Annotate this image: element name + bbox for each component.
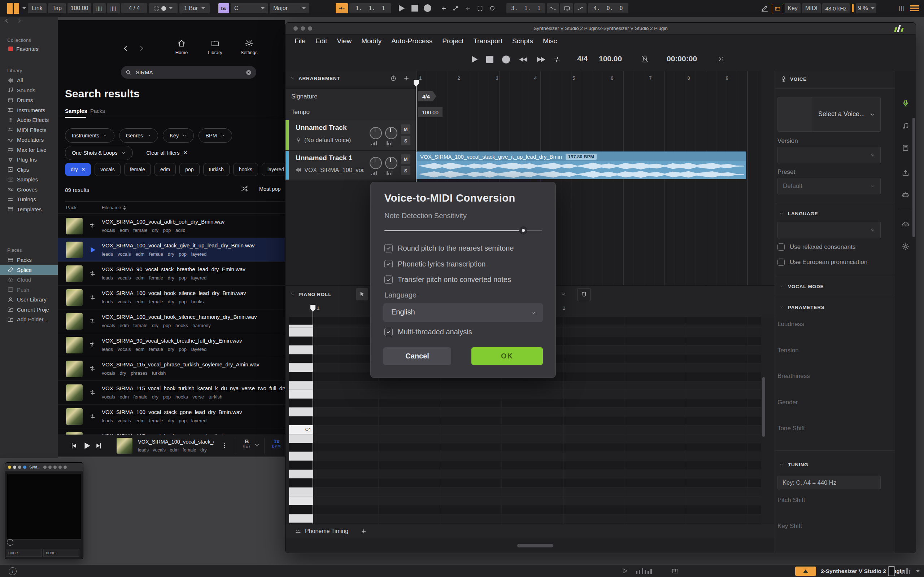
sidebar-item-tunings[interactable]: Tunings: [0, 194, 58, 205]
key-scale-menu[interactable]: Major: [270, 3, 309, 13]
sidebar-item-drums[interactable]: Drums: [0, 95, 58, 105]
sidebar-item-instruments[interactable]: Instruments: [0, 105, 58, 115]
re-enable-automation-button[interactable]: [462, 3, 473, 13]
track1-solo-button[interactable]: S: [401, 136, 410, 145]
tag-pop[interactable]: pop: [179, 163, 199, 176]
mini-field-2[interactable]: none: [43, 549, 79, 557]
filter-bpm[interactable]: BPM: [199, 128, 232, 143]
tuning-key-field[interactable]: Key: C, A4 = 440 Hz: [777, 475, 881, 489]
track2-pan-knob[interactable]: [385, 157, 397, 169]
midi-map-button[interactable]: MIDI: [802, 3, 821, 13]
retrigger-icon[interactable]: [89, 365, 96, 372]
browser-forward-button[interactable]: [16, 18, 23, 24]
snap-tool-button[interactable]: [577, 288, 591, 301]
mini-titlebar[interactable]: Synt...: [5, 463, 83, 471]
sidebar-item-max-for-live[interactable]: Max for Live: [0, 145, 58, 155]
param-tension[interactable]: Tension: [777, 347, 799, 354]
arrangement-collapse-icon[interactable]: [290, 76, 295, 81]
play-button[interactable]: [396, 3, 406, 13]
menu-auto-process[interactable]: Auto-Process: [391, 37, 432, 45]
search-bar[interactable]: [121, 66, 256, 79]
sample-row[interactable]: VOX_SIRMA_100_vocal_stack_gone_lead_dry_…: [58, 405, 285, 429]
sidebar-item-templates[interactable]: Templates: [0, 205, 58, 214]
pack-artwork[interactable]: [66, 289, 82, 306]
status-caret-icon[interactable]: [916, 570, 920, 572]
phoneme-add-icon[interactable]: [360, 528, 367, 534]
mini-field-1[interactable]: none: [6, 549, 42, 557]
add-track-icon[interactable]: [403, 75, 410, 82]
splice-nav-library[interactable]: Library: [205, 39, 225, 55]
mini-circle-icon[interactable]: [7, 539, 13, 546]
preset-dropdown[interactable]: Default: [777, 178, 881, 194]
tag-hooks[interactable]: hooks: [233, 163, 258, 176]
key-map-button[interactable]: Key: [785, 3, 801, 13]
tap-tempo-button[interactable]: Tap: [48, 3, 66, 13]
search-input[interactable]: [135, 69, 242, 76]
pack-artwork[interactable]: [66, 408, 82, 425]
sidebar-item-clips[interactable]: Clips: [0, 165, 58, 175]
sv-stop-button[interactable]: [486, 56, 493, 63]
sv-loop-button[interactable]: [552, 55, 561, 64]
splice-forward-button[interactable]: [138, 45, 145, 52]
sample-row[interactable]: VOX_SIRMA_115_vocal_phrase_turkish_soyle…: [58, 357, 285, 381]
dialog-language-dropdown[interactable]: English: [383, 303, 543, 322]
menu-file[interactable]: File: [294, 37, 306, 45]
filter-instruments[interactable]: Instruments: [65, 128, 115, 143]
playing-icon[interactable]: [89, 246, 97, 254]
sample-row[interactable]: VOX_SIRMA_115_vocal_hook_turkish_karanl_…: [58, 381, 285, 405]
multithreaded-checkbox[interactable]: Multi-threaded analysis: [384, 328, 472, 336]
sample-row[interactable]: VOX_SIRMA_100_vocal_adlib_ooh_dry_Bmin.w…: [58, 214, 285, 238]
audio-clip[interactable]: VOX_SIRMA_100_vocal_stack_give_it_up_lea…: [417, 152, 746, 179]
sidebar-item-current-project[interactable]: Current Proje: [0, 305, 58, 315]
follow-button[interactable]: [336, 3, 348, 13]
menu-project[interactable]: Project: [442, 37, 464, 45]
punch-out-button[interactable]: [574, 3, 586, 13]
sidebar-item-modulators[interactable]: Modulators: [0, 135, 58, 145]
sv-record-button[interactable]: [502, 56, 510, 63]
sample-row[interactable]: VOX_SIRMA_100_vocal_hook_silence_lead_dr…: [58, 285, 285, 309]
signature-value-chip[interactable]: 4/4: [418, 91, 436, 102]
sample-row[interactable]: VOX_SIRMA_90_vocal_stack_breathe_lead_dr…: [58, 262, 285, 285]
ai-tab-icon[interactable]: [901, 191, 909, 199]
mini-dot-yellow[interactable]: [8, 466, 11, 469]
tag-turkish[interactable]: turkish: [203, 163, 229, 176]
language-dropdown[interactable]: [777, 222, 881, 239]
pitch-shift-label[interactable]: Pitch Shift: [777, 496, 805, 504]
key-root-menu[interactable]: C: [231, 3, 268, 13]
sv-playback-mode-button[interactable]: [717, 55, 725, 63]
sidebar-item-packs[interactable]: Packs: [0, 255, 58, 265]
player-rate-control[interactable]: 1x BPM: [269, 438, 284, 448]
menu-scripts[interactable]: Scripts: [512, 37, 533, 45]
tempo-value-chip[interactable]: 100.00: [418, 107, 443, 117]
player-play-button[interactable]: [82, 441, 92, 450]
round-pitch-checkbox[interactable]: Round pitch to the nearest semitone: [384, 244, 514, 253]
splice-nav-settings[interactable]: Settings: [238, 39, 260, 55]
sv-forward-button[interactable]: [535, 56, 546, 63]
logo-menu-caret-icon[interactable]: [23, 7, 26, 10]
track1-name[interactable]: Unnamed Track: [296, 124, 347, 132]
european-pronunciation-checkbox[interactable]: Use European pronunciation: [777, 259, 867, 266]
param-breathiness[interactable]: Breathiness: [777, 372, 810, 380]
search-clear-icon[interactable]: [246, 69, 252, 76]
language-collapse-icon[interactable]: [779, 211, 784, 216]
track1-pan-knob[interactable]: [385, 127, 397, 139]
param-tone-shift[interactable]: Tone Shift: [777, 425, 805, 432]
sidebar-item-all[interactable]: All: [0, 76, 58, 85]
column-header-pack[interactable]: Pack: [66, 205, 76, 210]
track-header-1[interactable]: Unnamed Track (No default voice) M S: [286, 120, 416, 151]
sort-menu[interactable]: Most pop: [259, 186, 281, 192]
transfer-pitch-checkbox[interactable]: Transfer pitch onto converted notes: [384, 276, 511, 284]
param-gender[interactable]: Gender: [777, 399, 798, 406]
info-icon[interactable]: i: [9, 567, 16, 575]
relaxed-consonants-checkbox[interactable]: Use relaxed consonants: [777, 243, 855, 251]
vocal-mode-collapse-icon[interactable]: [779, 284, 784, 289]
player-artwork[interactable]: [116, 438, 132, 454]
loop-length-field[interactable]: 4. 0. 0: [588, 3, 628, 13]
sidebar-item-splice[interactable]: Splice: [0, 265, 58, 275]
tool-menu-caret-icon[interactable]: [561, 292, 566, 297]
tag-vocals[interactable]: vocals: [95, 163, 121, 176]
time-signature-field[interactable]: 4 / 4: [121, 3, 147, 13]
punch-in-button[interactable]: [547, 3, 559, 13]
previous-button[interactable]: [70, 442, 77, 449]
tag-remove-icon[interactable]: ✕: [81, 167, 85, 172]
